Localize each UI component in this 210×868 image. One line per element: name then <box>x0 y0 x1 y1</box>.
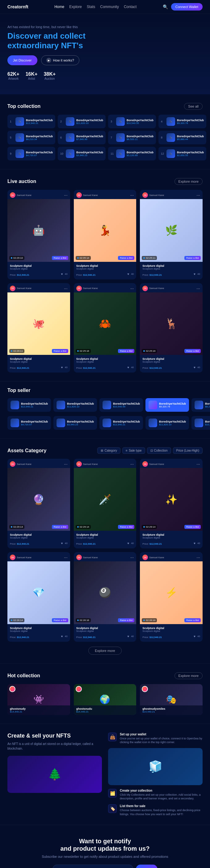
nft-card[interactable]: SK Samuel Kane ··· 🐙 02:29:11 Raise a Bi… <box>7 283 70 373</box>
nav-explore[interactable]: Explore <box>69 5 82 9</box>
nft-image: 🦌 02:25:16 Raise a Bid <box>140 292 203 355</box>
hero-title-line2: extraordinary <box>7 41 59 50</box>
create-sell-title: Create & sell your NFTS <box>7 733 102 739</box>
seller-card[interactable]: BoredApeYachtClub $8,210.34 <box>191 398 210 412</box>
nav-stats[interactable]: Stats <box>87 5 95 9</box>
connect-wallet-button[interactable]: Connect Wallet <box>171 3 203 10</box>
seller-card[interactable]: BoredApeYachtClub $11,820.10 <box>54 398 97 412</box>
asset-card[interactable]: SK Samuel Kane ··· ⚡ 02:26:16 Raise a Bi… <box>140 552 203 642</box>
avatar: 🦍 <box>66 133 74 142</box>
collection-item[interactable]: 6 🦍 BoredApeYachtClub $7,640.90 <box>58 131 106 144</box>
discover-button[interactable]: Jet Discover <box>7 55 37 65</box>
live-auction-section: Live auction Explore more SK Samuel Kane… <box>0 169 210 381</box>
more-options-icon[interactable]: ··· <box>130 193 134 197</box>
collection-item[interactable]: 5 🦍 BoredApeYachtClub $8,210.34 <box>7 131 55 144</box>
like-button[interactable]: ♥ <box>194 634 196 638</box>
seller-card-active[interactable]: BoredApeYachtClub $9,320.78 <box>145 398 189 412</box>
seller-card[interactable]: BoredApeYachtClub $3,940.23 <box>54 416 97 430</box>
more-options-icon[interactable]: ··· <box>197 462 200 466</box>
nav-home[interactable]: Home <box>55 5 64 9</box>
nft-card[interactable]: SK Samuel Kane ··· 🌿 02:25:11 Raise a Bi… <box>140 190 203 279</box>
bid-button[interactable]: Raise a Bid <box>52 618 68 622</box>
more-options-icon[interactable]: ··· <box>64 286 68 291</box>
more-options-icon[interactable]: ··· <box>64 193 68 197</box>
bid-button[interactable]: Raise a Bid <box>52 349 68 353</box>
newsletter-email-input[interactable] <box>53 865 133 868</box>
collection-item[interactable]: 9 🦍 BoredApeYachtClub $4,720.67 <box>7 147 55 160</box>
seller-card[interactable]: BoredApeYachtClub $10,540.55 <box>191 416 210 430</box>
bid-button[interactable]: Raise a Bid <box>52 256 68 260</box>
seller-card[interactable]: BoredApeYachtClub $11,820.10 <box>145 416 189 430</box>
collection-item[interactable]: 2 🦍 BoredApeYachtClub $11,820.10 <box>58 115 106 128</box>
collection-item[interactable]: 7 🦍 BoredApeYachtClub $6,520.11 <box>108 131 156 144</box>
collection-item[interactable]: 11 🦍 BoredApeYachtClub $3,120.89 <box>108 147 156 160</box>
like-button[interactable]: ♥ <box>194 366 196 369</box>
more-options-icon[interactable]: ··· <box>64 462 68 466</box>
filter-price[interactable]: Price (Low-High) <box>173 447 203 454</box>
like-button[interactable]: ♥ <box>127 366 129 369</box>
bid-button[interactable]: Raise a Bid <box>52 525 68 529</box>
bid-button[interactable]: Raise a Bid <box>118 256 134 260</box>
asset-card[interactable]: SK Samuel Kane ··· 💎 02:26:14 Raise a Bi… <box>7 552 70 642</box>
how-it-works-button[interactable]: ▶ How it works? <box>41 55 79 65</box>
more-options-icon[interactable]: ··· <box>197 286 200 291</box>
newsletter-title: Want to get notifyand product updates fr… <box>7 837 203 852</box>
more-options-icon[interactable]: ··· <box>130 462 134 466</box>
hot-card[interactable]: 🌍 ghostsnudu $14,440.21 <box>74 684 137 715</box>
like-button[interactable]: ♥ <box>61 366 63 369</box>
subscribe-button[interactable]: Submit <box>136 865 158 868</box>
collection-item[interactable]: 10 🦍 BoredApeYachtClub $3,940.23 <box>58 147 106 160</box>
nft-card[interactable]: SK Samuel Kane ··· 💃 02:05:14 Raise a Bi… <box>74 190 137 279</box>
filter-sale-type[interactable]: ≡ Sale type <box>122 447 145 454</box>
author-avatar: SK <box>142 555 148 560</box>
asset-card[interactable]: SK Samuel Kane ··· 🔮 02:29:14 Raise a Bi… <box>7 459 70 548</box>
nav-contact[interactable]: Contact <box>124 5 137 9</box>
collection-item[interactable]: 4 🦍 BoredApeYachtClub $9,320.78 <box>159 115 206 128</box>
more-options-icon[interactable]: ··· <box>130 555 134 560</box>
seller-card[interactable]: BoredApeYachtClub $12,940.21 <box>7 398 51 412</box>
like-button[interactable]: ♥ <box>127 272 129 276</box>
like-button[interactable]: ♥ <box>127 634 129 638</box>
explore-more-button[interactable]: Explore more <box>88 647 121 655</box>
nft-card[interactable]: SK Samuel Kane ··· 🤖 02:29:10 Raise a Bi… <box>7 190 70 279</box>
more-options-icon[interactable]: ··· <box>197 193 200 197</box>
bid-button[interactable]: Raise a Bid <box>184 618 201 622</box>
collection-item[interactable]: 8 🦍 BoredApeYachtClub $5,880.44 <box>159 131 206 144</box>
more-options-icon[interactable]: ··· <box>64 555 68 560</box>
bid-button[interactable]: Raise a Bid <box>184 525 201 529</box>
hot-card[interactable]: 🎭 ghostnudysmiles $14,440.21 <box>140 684 203 715</box>
more-options-icon[interactable]: ··· <box>130 286 134 291</box>
like-button[interactable]: ♥ <box>127 541 129 545</box>
seller-card[interactable]: BoredApeYachtClub $10,540.55 <box>99 398 143 412</box>
asset-card[interactable]: SK Samuel Kane ··· 🗡️ 02:29:14 Raise a B… <box>74 459 137 548</box>
hot-card[interactable]: 👾 ghostsnudy $14,440.21 <box>7 684 70 715</box>
filter-collection[interactable]: ⊡ Collection <box>147 447 171 454</box>
bid-button[interactable]: Raise a Bid <box>184 256 201 260</box>
explore-more-button[interactable]: Explore more <box>174 178 203 185</box>
like-button[interactable]: ♥ <box>194 272 196 276</box>
nft-card[interactable]: SK Samuel Kane ··· 🦌 02:25:16 Raise a Bi… <box>140 283 203 373</box>
bid-button[interactable]: Raise a Bid <box>118 618 134 622</box>
like-button[interactable]: ♥ <box>61 541 63 545</box>
like-button[interactable]: ♥ <box>194 541 196 545</box>
like-button[interactable]: ♥ <box>61 634 63 638</box>
more-options-icon[interactable]: ··· <box>197 555 200 560</box>
nft-card[interactable]: SK Samuel Kane ··· 🦀 02:25:16 Raise a Bi… <box>74 283 137 373</box>
hot-explore-button[interactable]: Explore more <box>174 672 203 679</box>
see-all-button[interactable]: See all <box>184 103 203 110</box>
asset-card[interactable]: SK Samuel Kane ··· 🎱 02:26:16 Raise a Bi… <box>74 552 137 642</box>
search-icon[interactable]: 🔍 <box>163 4 168 9</box>
bid-button[interactable]: Raise a Bid <box>184 349 201 353</box>
bid-button[interactable]: Raise a Bid <box>118 349 134 353</box>
collection-item[interactable]: 1 🦍 BoredApeYachtClub $12,940.21 <box>7 115 55 128</box>
bid-button[interactable]: Raise a Bid <box>118 525 134 529</box>
seller-card[interactable]: BoredApeYachtClub $4,720.67 <box>7 416 51 430</box>
nav-community[interactable]: Community <box>100 5 119 9</box>
asset-card[interactable]: SK Samuel Kane ··· ✨ 02:29:14 Raise a Bi… <box>140 459 203 548</box>
timer-badge: 02:29:14 <box>142 525 157 529</box>
filter-category[interactable]: ⊞ Category <box>97 447 120 454</box>
like-button[interactable]: ♥ <box>61 272 63 276</box>
collection-item[interactable]: 3 🦍 BoredApeYachtClub $10,540.55 <box>108 115 156 128</box>
seller-card[interactable]: BoredApeYachtClub $12,940.21 <box>99 416 143 430</box>
collection-item[interactable]: 12 🦍 BoredApeYachtClub $2,650.55 <box>159 147 206 160</box>
